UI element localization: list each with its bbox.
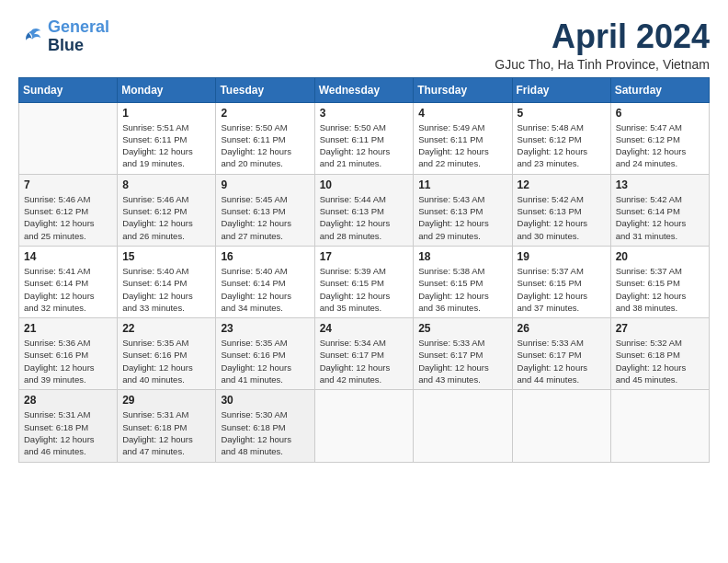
calendar-cell: 14Sunrise: 5:41 AM Sunset: 6:14 PM Dayli… (19, 246, 118, 317)
calendar-cell: 8Sunrise: 5:46 AM Sunset: 6:12 PM Daylig… (118, 174, 216, 246)
calendar-cell: 20Sunrise: 5:37 AM Sunset: 6:15 PM Dayli… (610, 246, 709, 317)
calendar-cell: 24Sunrise: 5:34 AM Sunset: 6:17 PM Dayli… (314, 318, 414, 390)
day-info: Sunrise: 5:35 AM Sunset: 6:16 PM Dayligh… (122, 337, 210, 385)
calendar-cell: 23Sunrise: 5:35 AM Sunset: 6:16 PM Dayli… (216, 318, 314, 390)
day-info: Sunrise: 5:40 AM Sunset: 6:14 PM Dayligh… (122, 265, 210, 314)
calendar-cell: 25Sunrise: 5:33 AM Sunset: 6:17 PM Dayli… (414, 318, 512, 390)
day-header-sunday: Sunday (19, 77, 118, 102)
day-number: 22 (122, 322, 210, 335)
day-info: Sunrise: 5:38 AM Sunset: 6:15 PM Dayligh… (418, 265, 506, 314)
day-info: Sunrise: 5:41 AM Sunset: 6:14 PM Dayligh… (24, 265, 112, 314)
day-info: Sunrise: 5:33 AM Sunset: 6:17 PM Dayligh… (418, 337, 506, 385)
calendar-cell: 29Sunrise: 5:31 AM Sunset: 6:18 PM Dayli… (118, 390, 216, 462)
day-info: Sunrise: 5:47 AM Sunset: 6:12 PM Dayligh… (616, 121, 704, 170)
calendar-cell: 12Sunrise: 5:42 AM Sunset: 6:13 PM Dayli… (512, 174, 610, 246)
page-header: General Blue April 2024 GJuc Tho, Ha Tin… (18, 18, 710, 72)
day-number: 11 (418, 178, 506, 191)
day-number: 18 (418, 250, 506, 263)
calendar-cell: 19Sunrise: 5:37 AM Sunset: 6:15 PM Dayli… (512, 246, 610, 317)
calendar-cell: 3Sunrise: 5:50 AM Sunset: 6:11 PM Daylig… (314, 102, 414, 174)
day-number: 21 (24, 322, 112, 335)
day-info: Sunrise: 5:32 AM Sunset: 6:18 PM Dayligh… (616, 337, 704, 385)
day-number: 7 (24, 178, 112, 191)
calendar-cell: 1Sunrise: 5:51 AM Sunset: 6:11 PM Daylig… (118, 102, 216, 174)
day-number: 19 (518, 250, 606, 263)
calendar-week-1: 1Sunrise: 5:51 AM Sunset: 6:11 PM Daylig… (19, 102, 710, 174)
day-info: Sunrise: 5:40 AM Sunset: 6:14 PM Dayligh… (221, 265, 309, 314)
day-number: 2 (221, 107, 309, 120)
day-header-friday: Friday (512, 77, 610, 102)
calendar-cell (19, 102, 118, 174)
day-number: 3 (320, 107, 409, 120)
calendar-cell: 16Sunrise: 5:40 AM Sunset: 6:14 PM Dayli… (216, 246, 314, 317)
calendar-week-3: 14Sunrise: 5:41 AM Sunset: 6:14 PM Dayli… (19, 246, 710, 317)
day-info: Sunrise: 5:39 AM Sunset: 6:15 PM Dayligh… (320, 265, 409, 314)
day-number: 25 (418, 322, 506, 335)
logo-icon (18, 24, 44, 50)
day-info: Sunrise: 5:44 AM Sunset: 6:13 PM Dayligh… (320, 193, 409, 242)
day-number: 28 (24, 394, 112, 407)
calendar-cell: 10Sunrise: 5:44 AM Sunset: 6:13 PM Dayli… (314, 174, 414, 246)
day-info: Sunrise: 5:46 AM Sunset: 6:12 PM Dayligh… (24, 193, 112, 242)
calendar-cell: 18Sunrise: 5:38 AM Sunset: 6:15 PM Dayli… (414, 246, 512, 317)
month-title: April 2024 (495, 18, 710, 55)
day-number: 1 (122, 107, 210, 120)
day-info: Sunrise: 5:42 AM Sunset: 6:13 PM Dayligh… (518, 193, 606, 242)
day-info: Sunrise: 5:31 AM Sunset: 6:18 PM Dayligh… (122, 408, 210, 457)
day-number: 26 (518, 322, 606, 335)
calendar-cell (610, 390, 709, 462)
day-info: Sunrise: 5:48 AM Sunset: 6:12 PM Dayligh… (518, 121, 606, 170)
day-info: Sunrise: 5:34 AM Sunset: 6:17 PM Dayligh… (320, 337, 409, 385)
calendar-cell: 27Sunrise: 5:32 AM Sunset: 6:18 PM Dayli… (610, 318, 709, 390)
day-info: Sunrise: 5:45 AM Sunset: 6:13 PM Dayligh… (221, 193, 309, 242)
calendar-week-5: 28Sunrise: 5:31 AM Sunset: 6:18 PM Dayli… (19, 390, 710, 462)
calendar-cell (314, 390, 414, 462)
day-header-monday: Monday (118, 77, 216, 102)
day-number: 6 (616, 107, 704, 120)
day-info: Sunrise: 5:36 AM Sunset: 6:16 PM Dayligh… (24, 337, 112, 385)
day-header-tuesday: Tuesday (216, 77, 314, 102)
day-info: Sunrise: 5:51 AM Sunset: 6:11 PM Dayligh… (122, 121, 210, 170)
day-info: Sunrise: 5:49 AM Sunset: 6:11 PM Dayligh… (418, 121, 506, 170)
calendar-week-2: 7Sunrise: 5:46 AM Sunset: 6:12 PM Daylig… (19, 174, 710, 246)
day-number: 16 (221, 250, 309, 263)
day-info: Sunrise: 5:30 AM Sunset: 6:18 PM Dayligh… (221, 408, 309, 457)
calendar-cell (414, 390, 512, 462)
calendar-week-4: 21Sunrise: 5:36 AM Sunset: 6:16 PM Dayli… (19, 318, 710, 390)
calendar-cell: 4Sunrise: 5:49 AM Sunset: 6:11 PM Daylig… (414, 102, 512, 174)
calendar-cell (512, 390, 610, 462)
day-number: 24 (320, 322, 409, 335)
calendar-cell: 17Sunrise: 5:39 AM Sunset: 6:15 PM Dayli… (314, 246, 414, 317)
day-info: Sunrise: 5:31 AM Sunset: 6:18 PM Dayligh… (24, 408, 112, 457)
day-number: 29 (122, 394, 210, 407)
calendar-cell: 28Sunrise: 5:31 AM Sunset: 6:18 PM Dayli… (19, 390, 118, 462)
calendar-cell: 26Sunrise: 5:33 AM Sunset: 6:17 PM Dayli… (512, 318, 610, 390)
calendar-cell: 5Sunrise: 5:48 AM Sunset: 6:12 PM Daylig… (512, 102, 610, 174)
calendar-cell: 21Sunrise: 5:36 AM Sunset: 6:16 PM Dayli… (19, 318, 118, 390)
day-header-saturday: Saturday (610, 77, 709, 102)
title-section: April 2024 GJuc Tho, Ha Tinh Province, V… (495, 18, 710, 72)
day-header-thursday: Thursday (414, 77, 512, 102)
day-number: 20 (616, 250, 704, 263)
calendar-header-row: SundayMondayTuesdayWednesdayThursdayFrid… (19, 77, 710, 102)
calendar-cell: 9Sunrise: 5:45 AM Sunset: 6:13 PM Daylig… (216, 174, 314, 246)
day-number: 10 (320, 178, 409, 191)
day-number: 13 (616, 178, 704, 191)
day-info: Sunrise: 5:50 AM Sunset: 6:11 PM Dayligh… (320, 121, 409, 170)
day-number: 4 (418, 107, 506, 120)
day-info: Sunrise: 5:33 AM Sunset: 6:17 PM Dayligh… (518, 337, 606, 385)
location: GJuc Tho, Ha Tinh Province, Vietnam (495, 57, 710, 72)
day-info: Sunrise: 5:43 AM Sunset: 6:13 PM Dayligh… (418, 193, 506, 242)
calendar-cell: 6Sunrise: 5:47 AM Sunset: 6:12 PM Daylig… (610, 102, 709, 174)
day-number: 23 (221, 322, 309, 335)
calendar-cell: 22Sunrise: 5:35 AM Sunset: 6:16 PM Dayli… (118, 318, 216, 390)
calendar-table: SundayMondayTuesdayWednesdayThursdayFrid… (18, 77, 710, 463)
day-info: Sunrise: 5:35 AM Sunset: 6:16 PM Dayligh… (221, 337, 309, 385)
day-info: Sunrise: 5:37 AM Sunset: 6:15 PM Dayligh… (616, 265, 704, 314)
day-number: 8 (122, 178, 210, 191)
calendar-cell: 7Sunrise: 5:46 AM Sunset: 6:12 PM Daylig… (19, 174, 118, 246)
day-info: Sunrise: 5:46 AM Sunset: 6:12 PM Dayligh… (122, 193, 210, 242)
logo: General Blue (18, 18, 109, 55)
day-info: Sunrise: 5:37 AM Sunset: 6:15 PM Dayligh… (518, 265, 606, 314)
day-number: 27 (616, 322, 704, 335)
